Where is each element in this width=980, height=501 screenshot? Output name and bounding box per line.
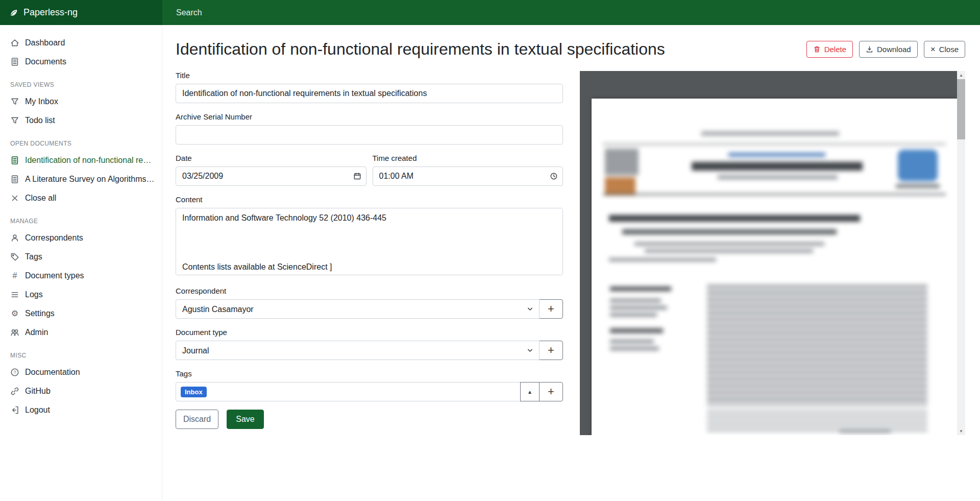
scroll-up-icon[interactable]: ▲ [957,71,965,79]
sidebar-item-label: Identification of non-functional require… [25,156,155,165]
blurred-block [610,313,657,317]
sidebar-item-documents[interactable]: Documents [0,52,162,71]
sidebar-item-correspondents[interactable]: Correspondents [0,228,162,247]
search-input[interactable] [162,0,980,25]
add-document-type-button[interactable]: + [539,341,563,360]
blurred-block [609,258,716,261]
blurred-block [718,175,838,179]
sidebar-item-label: Dashboard [25,38,65,47]
blurred-block [610,340,654,343]
correspondent-label: Correspondent [176,287,563,295]
x-icon [10,194,19,203]
sidebar-item-label: A Literature Survey on Algorithms for Mu… [25,175,155,184]
document-detail-page: Identification of non-functional require… [162,25,980,501]
blurred-block [610,299,661,302]
scroll-down-icon[interactable]: ▼ [957,427,965,435]
delete-button-label: Delete [824,45,846,54]
save-button[interactable]: Save [227,410,263,429]
sidebar-item-label: Document types [25,271,84,280]
sidebar-item-logs[interactable]: Logs [0,285,162,304]
sidebar-item-close-all[interactable]: Close all [0,188,162,207]
discard-button[interactable]: Discard [176,410,218,429]
svg-text:?: ? [13,370,16,375]
sidebar-item-label: Todo list [25,116,55,125]
close-button[interactable]: × Close [924,41,965,58]
blurred-block [840,430,891,433]
asn-label: Archive Serial Number [176,112,563,121]
sidebar-item-admin[interactable]: Admin [0,323,162,342]
date-label: Date [176,154,366,162]
sidebar-item-documentation[interactable]: ? Documentation [0,363,162,381]
asn-input[interactable] [176,125,563,145]
tags-dropdown-toggle-button[interactable]: ▴ [520,382,540,401]
global-search [162,0,980,25]
blurred-block [610,328,663,333]
correspondent-select[interactable]: Agustin Casamayor [176,299,540,319]
gear-icon: ⚙ [10,309,19,318]
tag-badge-inbox[interactable]: Inbox [181,387,207,397]
hash-icon: # [10,271,19,280]
download-button[interactable]: Download [859,41,918,58]
sidebar-item-label: Tags [25,252,42,261]
blurred-block [610,306,667,309]
blurred-block [692,162,863,171]
pdf-scrollbar-thumb[interactable] [957,79,965,139]
sidebar-section-manage: MANAGE [10,218,162,225]
logout-icon [10,405,19,415]
blurred-block [605,149,639,175]
sidebar-item-logout[interactable]: Logout [0,400,162,419]
blurred-block [609,215,860,222]
sidebar-item-github[interactable]: GitHub [0,381,162,400]
plus-icon: + [548,344,554,357]
github-icon [10,387,19,396]
sidebar-section-saved-views: SAVED VIEWS [10,81,162,89]
question-circle-icon: ? [10,368,19,377]
pdf-page [592,99,957,435]
add-tag-button[interactable]: + [539,382,563,401]
title-label: Title [176,71,563,80]
blurred-block [896,184,940,188]
blurred-block [701,131,839,136]
trash-icon [813,45,821,53]
content-textarea[interactable]: Information and Software Technology 52 (… [176,208,563,275]
plus-icon: + [548,302,554,316]
file-text-icon [10,156,19,165]
sidebar-open-document-2[interactable]: A Literature Survey on Algorithms for Mu… [0,170,162,188]
tags-input[interactable]: Inbox [176,382,521,401]
time-created-label: Time created [373,154,564,162]
tags-label: Tags [176,369,563,378]
date-input[interactable] [176,166,366,186]
blurred-block [898,150,938,181]
tag-icon [10,252,19,261]
sidebar-item-my-inbox[interactable]: My Inbox [0,92,162,111]
download-icon [866,45,873,53]
sidebar-item-label: Admin [25,328,48,337]
pdf-scrollbar[interactable]: ▲ ▼ [957,71,965,435]
sidebar-item-dashboard[interactable]: Dashboard [0,33,162,52]
plus-icon: + [548,385,554,398]
title-input[interactable] [176,84,563,103]
header-actions: Delete Download × Close [806,41,965,58]
sidebar-open-document-1[interactable]: Identification of non-functional require… [0,151,162,170]
download-button-label: Download [877,45,911,54]
delete-button[interactable]: Delete [806,41,853,58]
sidebar-item-settings[interactable]: ⚙ Settings [0,304,162,323]
add-correspondent-button[interactable]: + [539,299,563,319]
sidebar: Dashboard Documents SAVED VIEWS My Inbox… [0,25,162,501]
sidebar-item-label: Documentation [25,368,80,377]
people-icon [10,328,19,337]
close-button-label: Close [939,45,959,54]
leaf-icon [9,8,18,17]
document-type-select[interactable]: Journal [176,341,540,360]
file-text-icon [10,57,19,66]
document-type-label: Document type [176,328,563,337]
sidebar-item-todo-list[interactable]: Todo list [0,111,162,130]
blurred-block [610,347,659,350]
time-created-input[interactable] [373,166,564,186]
sidebar-item-tags[interactable]: Tags [0,247,162,266]
sidebar-item-label: Logs [25,290,43,299]
blurred-block [603,144,946,145]
app-brand[interactable]: Paperless-ng [0,0,162,25]
sidebar-section-misc: MISC [10,352,162,360]
sidebar-item-document-types[interactable]: # Document types [0,266,162,285]
